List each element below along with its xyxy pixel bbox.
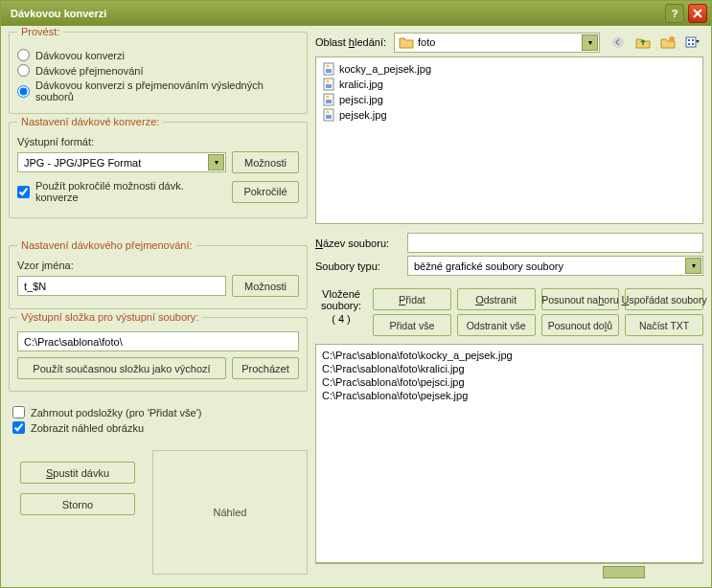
svg-rect-5: [688, 43, 690, 45]
preview-panel: Náhled: [152, 450, 308, 575]
close-icon: [693, 9, 702, 18]
move-up-button[interactable]: Posunout nahoru: [541, 288, 620, 310]
folder-icon: [399, 35, 414, 49]
output-format-combo[interactable]: JPG - JPG/JPEG Format ▾: [17, 152, 226, 172]
new-folder-icon[interactable]: [657, 32, 678, 53]
image-file-icon: [322, 108, 335, 122]
remove-button[interactable]: Odstranit: [457, 288, 536, 310]
svg-rect-11: [326, 84, 332, 88]
search-area-label: Oblast hledání:: [315, 36, 386, 48]
svg-point-9: [327, 65, 330, 68]
list-item[interactable]: C:\Prac\sablona\foto\pejsek.jpg: [320, 389, 699, 402]
provest-group: Provést: Dávkovou konverzi Dávkové přejm…: [9, 32, 308, 114]
filetype-label: Soubory typu:: [315, 260, 402, 272]
output-path-input[interactable]: [17, 331, 299, 351]
format-options-button[interactable]: Možnosti: [232, 151, 299, 173]
chevron-down-icon: ▾: [208, 154, 224, 170]
konverze-legend: Nastavení dávkové konverze:: [17, 116, 163, 127]
svg-rect-6: [692, 43, 694, 45]
provest-legend: Provést:: [17, 26, 63, 37]
titlebar: Dávkovou konverzi ?: [1, 1, 711, 26]
radio-batch-convert-rename[interactable]: Dávkovou konverzi s přejmenováním výsled…: [17, 79, 299, 102]
file-item[interactable]: pejsci.jpg: [320, 92, 699, 107]
chevron-down-icon: ▾: [582, 34, 598, 51]
back-icon[interactable]: [608, 32, 629, 53]
svg-point-18: [327, 111, 330, 114]
search-folder-combo[interactable]: foto ▾: [394, 33, 600, 53]
prejmenovani-legend: Nastavení dávkového přejmenování:: [17, 239, 196, 251]
pattern-input[interactable]: [17, 276, 226, 296]
svg-point-15: [327, 96, 330, 99]
konverze-group: Nastavení dávkové konverze: Výstupní for…: [9, 122, 308, 218]
svg-point-12: [327, 80, 330, 83]
run-batch-button[interactable]: Spustit dávku: [20, 462, 135, 484]
file-item[interactable]: kocky_a_pejsek.jpg: [320, 61, 699, 77]
added-files-list[interactable]: C:\Prac\sablona\foto\kocky_a_pejsek.jpgC…: [315, 344, 703, 563]
vystup-legend: Výstupní složka pro výstupní soubory:: [17, 311, 202, 323]
horizontal-scrollbar[interactable]: [315, 563, 703, 579]
svg-point-0: [612, 36, 624, 48]
list-item[interactable]: C:\Prac\sablona\foto\kralici.jpg: [320, 362, 699, 375]
filename-input[interactable]: [407, 233, 703, 253]
list-item[interactable]: C:\Prac\sablona\foto\pejsci.jpg: [320, 375, 699, 389]
load-txt-button[interactable]: Načíst TXT: [625, 314, 703, 336]
svg-rect-2: [686, 37, 696, 47]
advanced-button[interactable]: Pokročilé: [232, 181, 299, 203]
radio-batch-convert[interactable]: Dávkovou konverzi: [17, 49, 299, 61]
image-file-icon: [322, 78, 335, 91]
inserted-files-label: Vložené soubory:: [315, 288, 367, 311]
vzor-label: Vzor jména:: [17, 260, 74, 271]
view-menu-icon[interactable]: [682, 32, 703, 53]
radio-batch-rename[interactable]: Dávkové přejmenování: [17, 64, 299, 77]
show-preview-check[interactable]: Zobrazit náhled obrázku: [12, 421, 304, 434]
file-item[interactable]: pejsek.jpg: [320, 107, 699, 123]
help-button[interactable]: ?: [665, 4, 684, 23]
vystup-group: Výstupní složka pro výstupní soubory: Po…: [9, 317, 308, 392]
use-advanced-check[interactable]: Použít pokročilé možnosti dávk. konverze: [17, 180, 226, 203]
close-button[interactable]: [688, 4, 707, 23]
list-item[interactable]: C:\Prac\sablona\foto\kocky_a_pejsek.jpg: [320, 349, 699, 362]
svg-rect-4: [692, 39, 694, 41]
svg-rect-17: [326, 115, 332, 119]
svg-rect-8: [326, 69, 332, 73]
batch-conversion-dialog: Dávkovou konverzi ? Provést: Dávkovou ko…: [0, 0, 712, 588]
filetype-combo[interactable]: běžné grafické soubory soubory ▾: [407, 256, 703, 276]
use-current-folder-button[interactable]: Použít současnou složku jako výchozí: [17, 357, 226, 379]
format-label: Výstupní formát:: [17, 136, 94, 147]
file-browser-list[interactable]: kocky_a_pejsek.jpgkralici.jpgpejsci.jpgp…: [315, 57, 703, 224]
browse-button[interactable]: Procházet: [232, 357, 299, 379]
include-subfolders-check[interactable]: Zahrnout podsložky (pro 'Přidat vše'): [12, 406, 304, 418]
svg-rect-14: [326, 100, 332, 103]
svg-rect-3: [688, 39, 690, 41]
preview-label: Náhled: [214, 507, 247, 518]
sort-files-button[interactable]: Uspořádat soubory: [625, 288, 703, 310]
pattern-options-button[interactable]: Možnosti: [232, 275, 299, 297]
image-file-icon: [322, 62, 335, 76]
image-file-icon: [322, 93, 335, 106]
window-title: Dávkovou konverzi: [11, 8, 665, 19]
add-all-button[interactable]: Přidat vše: [373, 314, 451, 336]
remove-all-button[interactable]: Odstranit vše: [457, 314, 536, 336]
file-item[interactable]: kralici.jpg: [320, 77, 699, 92]
cancel-button[interactable]: Storno: [20, 493, 135, 515]
chevron-down-icon: ▾: [685, 258, 701, 274]
filename-label: Název souboru:: [315, 237, 402, 249]
prejmenovani-group: Nastavení dávkového přejmenování: Vzor j…: [9, 245, 308, 309]
svg-point-1: [669, 36, 675, 42]
add-button[interactable]: Přidat: [373, 288, 451, 310]
inserted-files-count: ( 4 ): [315, 313, 367, 325]
up-folder-icon[interactable]: [632, 32, 654, 53]
move-down-button[interactable]: Posunout dolů: [541, 314, 620, 336]
